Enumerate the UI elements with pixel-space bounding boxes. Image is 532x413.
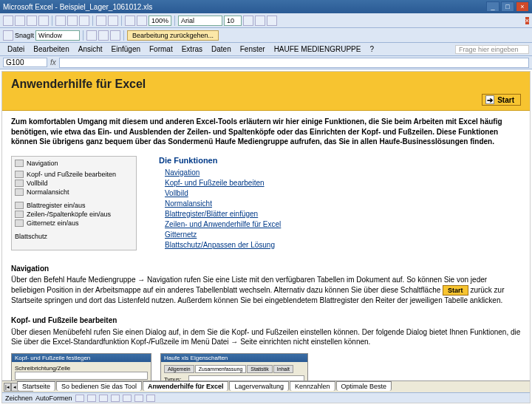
line-icon[interactable] bbox=[75, 395, 84, 402]
fx-icon[interactable]: fx bbox=[50, 58, 56, 66]
draw-label[interactable]: Zeichnen bbox=[5, 395, 33, 402]
font-field[interactable]: Arial bbox=[178, 16, 222, 26]
tool-icon[interactable] bbox=[110, 30, 120, 41]
linecolor-icon[interactable] bbox=[146, 395, 155, 402]
minimize-button[interactable]: _ bbox=[486, 1, 499, 12]
nav-item[interactable]: Gitternetz ein/aus bbox=[15, 219, 133, 228]
dialog-tab[interactable]: Statistik bbox=[247, 365, 273, 373]
func-link[interactable]: Blattschutz/Anpassen der Lösung bbox=[159, 240, 281, 250]
worksheet-tabs: |◂ ◂ ▸ ▸| Startseite So bedienen Sie das… bbox=[2, 380, 530, 392]
item-icon bbox=[15, 219, 24, 227]
menu-fenster[interactable]: Fenster bbox=[236, 44, 270, 55]
sheet-tab[interactable]: Startseite bbox=[17, 381, 55, 391]
zoom-field[interactable]: 100% bbox=[149, 16, 171, 26]
textbox-icon[interactable] bbox=[123, 395, 132, 402]
undo-edit-button[interactable]: Bearbeitung zurückgehen... bbox=[127, 30, 219, 41]
italic-icon[interactable] bbox=[255, 16, 265, 26]
autoshapes-label[interactable]: AutoFormen bbox=[35, 395, 72, 402]
separator bbox=[174, 16, 175, 26]
copy-icon[interactable] bbox=[67, 16, 78, 26]
menu-ansicht[interactable]: Ansicht bbox=[74, 44, 107, 55]
nav-item[interactable]: Vollbild bbox=[15, 179, 133, 188]
formula-input[interactable] bbox=[59, 58, 529, 68]
nav-item[interactable]: Blattregister ein/aus bbox=[15, 201, 133, 210]
func-link[interactable]: Kopf- und Fußzeile bearbeiten bbox=[159, 178, 281, 188]
nav-item[interactable]: Zeilen-/Spaltenköpfe ein/aus bbox=[15, 210, 133, 219]
tab-nav-first[interactable]: |◂ bbox=[4, 383, 11, 392]
dialog-tab[interactable]: Zusammenfassung bbox=[195, 365, 247, 373]
name-box[interactable]: G100 bbox=[3, 58, 47, 67]
separator bbox=[121, 16, 122, 26]
fill-icon[interactable] bbox=[134, 395, 143, 402]
new-icon[interactable] bbox=[3, 16, 13, 26]
menu-format[interactable]: Format bbox=[145, 44, 177, 55]
standard-toolbar: 100% Arial 10 × bbox=[0, 13, 532, 28]
dialog-title: Kopf- und Fußzeile festlegen bbox=[12, 354, 151, 362]
dialog-input[interactable] bbox=[15, 372, 148, 380]
func-link[interactable]: Normalansicht bbox=[159, 199, 281, 209]
sheet-tab[interactable]: Kennzahlen bbox=[290, 381, 335, 391]
sheet-tab[interactable]: Optimale Beste bbox=[336, 381, 392, 391]
page-title: Anwenderhilfe für Excel bbox=[11, 78, 521, 91]
oval-icon[interactable] bbox=[111, 395, 120, 402]
snagit-mode[interactable]: Window bbox=[35, 30, 80, 41]
nav-item[interactable]: Kopf- und Fußzeile bearbeiten bbox=[15, 170, 133, 179]
nav-item[interactable]: Normalansicht bbox=[15, 188, 133, 197]
func-link[interactable]: Zeilen- und Anwenderhilfe für Excel bbox=[159, 219, 281, 230]
doc-close-button[interactable]: × bbox=[525, 17, 529, 24]
dialog-tab[interactable]: Inhalt bbox=[273, 365, 293, 373]
start-label: Start bbox=[497, 96, 514, 104]
intro-text: Zum komfortablen Umgang mit diesem und a… bbox=[2, 111, 530, 153]
page-header: Anwenderhilfe für Excel ➔ Start bbox=[2, 72, 530, 111]
formula-bar: G100 fx bbox=[0, 56, 532, 69]
sort-icon[interactable] bbox=[125, 16, 135, 26]
dialog-tab[interactable]: Allgemein bbox=[164, 365, 194, 373]
nav-item[interactable]: Blattschutz bbox=[15, 232, 133, 241]
navigation-panel: Navigation Kopf- und Fußzeile bearbeiten… bbox=[11, 156, 137, 250]
func-link[interactable]: Gitternetz bbox=[159, 230, 281, 240]
rect-icon[interactable] bbox=[99, 395, 108, 402]
menu-extras[interactable]: Extras bbox=[177, 44, 207, 55]
func-link[interactable]: Vollbild bbox=[159, 188, 281, 199]
underline-icon[interactable] bbox=[267, 16, 277, 26]
func-link[interactable]: Blattregister/Blätter einfügen bbox=[159, 209, 281, 219]
tool-icon[interactable] bbox=[86, 30, 97, 41]
save-icon[interactable] bbox=[27, 16, 37, 26]
section-kopf: Kopf- und Fußzeile bearbeiten Über diese… bbox=[2, 308, 530, 350]
chart-icon[interactable] bbox=[137, 16, 147, 26]
close-button[interactable]: × bbox=[516, 1, 529, 12]
window-title: Microsoft Excel - Beispiel_Lager_1061012… bbox=[3, 3, 485, 11]
separator bbox=[52, 16, 52, 26]
window-titlebar: Microsoft Excel - Beispiel_Lager_1061012… bbox=[0, 0, 532, 13]
worksheet-area: Anwenderhilfe für Excel ➔ Start Zum komf… bbox=[1, 71, 531, 403]
cut-icon[interactable] bbox=[55, 16, 66, 26]
functions-list: Die Funktionen Navigation Kopf- und Fußz… bbox=[159, 156, 281, 250]
start-button[interactable]: ➔ Start bbox=[482, 94, 521, 106]
tool-icon[interactable] bbox=[98, 30, 109, 41]
menu-einfuegen[interactable]: Einfügen bbox=[107, 44, 145, 55]
sheet-tab-active[interactable]: Anwenderhilfe für Excel bbox=[143, 381, 229, 391]
paste-icon[interactable] bbox=[79, 16, 89, 26]
arrow-icon[interactable] bbox=[87, 395, 96, 402]
sheet-tab[interactable]: Lagerverwaltung bbox=[229, 381, 289, 391]
menu-daten[interactable]: Daten bbox=[207, 44, 236, 55]
fontsize-field[interactable]: 10 bbox=[224, 16, 242, 26]
ask-question-field[interactable]: Frage hier eingeben bbox=[455, 45, 529, 54]
maximize-button[interactable]: □ bbox=[501, 1, 514, 12]
func-link[interactable]: Navigation bbox=[159, 168, 281, 178]
start-button-inline[interactable]: Start bbox=[443, 285, 468, 296]
menu-haufe[interactable]: HAUFE MEDIENGRUPPE bbox=[270, 44, 366, 55]
snagit-icon[interactable] bbox=[3, 30, 13, 41]
open-icon[interactable] bbox=[15, 16, 25, 26]
dialog-label: Schreibrichtung/Zelle bbox=[15, 365, 148, 372]
menu-datei[interactable]: Datei bbox=[3, 44, 29, 55]
bold-icon[interactable] bbox=[243, 16, 253, 26]
menu-bearbeiten[interactable]: Bearbeiten bbox=[29, 44, 73, 55]
nav-header: Navigation bbox=[27, 160, 58, 167]
sheet-tab[interactable]: So bedienen Sie das Tool bbox=[56, 381, 142, 391]
undo-icon[interactable] bbox=[96, 16, 106, 26]
menu-help[interactable]: ? bbox=[365, 44, 378, 55]
item-icon bbox=[15, 202, 24, 209]
print-icon[interactable] bbox=[38, 16, 49, 26]
redo-icon[interactable] bbox=[108, 16, 118, 26]
